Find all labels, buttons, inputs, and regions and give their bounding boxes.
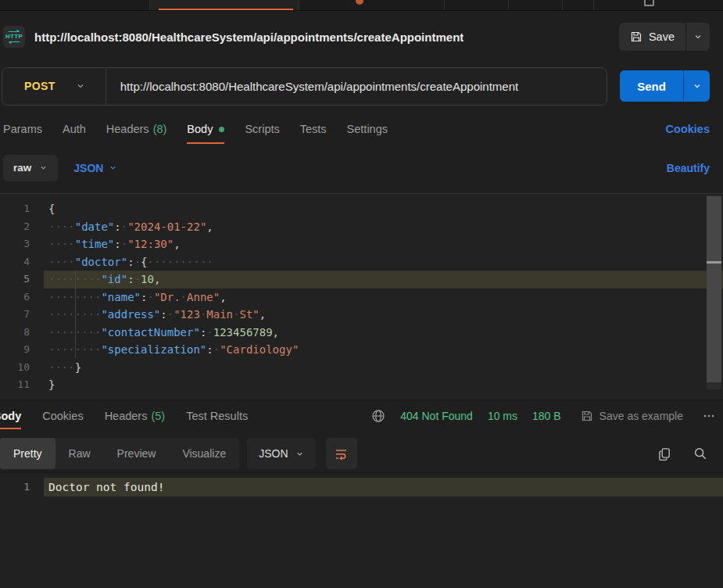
- new-tab-icon[interactable]: [644, 0, 654, 6]
- tab-divider: [149, 0, 150, 10]
- line-number: 2: [0, 218, 44, 236]
- response-tab-headers[interactable]: Headers(5): [105, 400, 166, 431]
- method-selector[interactable]: POST: [2, 68, 106, 105]
- tab-params[interactable]: Params: [3, 109, 42, 149]
- code-line[interactable]: 10····}: [0, 359, 723, 377]
- request-tabs: Params Auth Headers(8) Body Scripts Test…: [0, 109, 723, 149]
- view-raw[interactable]: Raw: [55, 438, 104, 469]
- beautify-link[interactable]: Beautify: [667, 162, 710, 174]
- tab-body[interactable]: Body: [187, 109, 224, 149]
- search-icon[interactable]: [693, 446, 707, 461]
- send-button-group: Send: [620, 70, 710, 102]
- save-button-label: Save: [649, 30, 675, 43]
- code-text: ········"name":·"Dr.·Anne",: [44, 289, 723, 307]
- body-language-select[interactable]: JSON: [73, 162, 117, 174]
- view-pretty[interactable]: Pretty: [0, 438, 55, 469]
- editor-scrollbar-marker: [707, 261, 721, 264]
- code-line[interactable]: 3····"time":·"12:30",: [0, 235, 723, 253]
- tab-headers[interactable]: Headers(8): [106, 109, 167, 149]
- http-method-icon-label: HTTP: [5, 34, 23, 40]
- request-header: HTTP http://localhost:8080/HealthcareSys…: [0, 11, 723, 63]
- url-input[interactable]: [106, 80, 607, 93]
- code-line[interactable]: 2····"date":·"2024-01-22",: [0, 218, 723, 236]
- active-tab-underline: [159, 9, 293, 10]
- body-language-label: JSON: [73, 162, 103, 174]
- response-toolbar-icons: [657, 438, 707, 469]
- request-title: http://localhost:8080/HealthcareSystem/a…: [34, 30, 464, 44]
- code-line[interactable]: 6········"name":·"Dr.·Anne",: [0, 289, 723, 307]
- tab-auth[interactable]: Auth: [63, 109, 86, 149]
- response-nav: Body Cookies Headers(5) Test Results 404…: [0, 400, 723, 431]
- url-bar-row: POST Send: [0, 63, 723, 109]
- method-label: POST: [24, 80, 55, 92]
- save-as-example-button[interactable]: Save as example: [581, 410, 683, 422]
- code-text: ········"id":·10,: [44, 271, 723, 289]
- chevron-down-icon: [295, 450, 304, 458]
- code-line[interactable]: 8········"contactNumber":·123456789,: [0, 324, 723, 342]
- response-tab-test-results[interactable]: Test Results: [186, 400, 248, 431]
- body-mode-label: raw: [13, 162, 31, 174]
- body-mode-toolbar: raw JSON Beautify: [0, 149, 723, 193]
- tab-settings[interactable]: Settings: [347, 109, 388, 149]
- response-tab-body[interactable]: Body: [0, 400, 21, 431]
- response-language-label: JSON: [259, 447, 288, 460]
- response-headers-count: (5): [151, 410, 165, 422]
- tab-divider: [593, 0, 594, 10]
- tab-divider: [444, 0, 445, 10]
- word-wrap-icon: [334, 446, 349, 461]
- code-text: ········"address":·"123·Main·St",: [44, 306, 723, 324]
- code-text: ····}: [44, 359, 723, 377]
- line-number: 4: [0, 253, 44, 271]
- chevron-down-icon: [693, 32, 703, 41]
- save-button[interactable]: Save: [619, 23, 685, 51]
- more-options-icon[interactable]: [703, 410, 715, 422]
- code-line[interactable]: 1{: [0, 200, 723, 218]
- response-time[interactable]: 10 ms: [488, 410, 517, 422]
- view-visualize[interactable]: Visualize: [169, 438, 239, 469]
- line-number: 8: [0, 324, 44, 342]
- save-button-group: Save: [619, 23, 710, 51]
- response-meta: 404 Not Found 10 ms 180 B Save as exampl…: [371, 400, 715, 431]
- status-badge[interactable]: 404 Not Found: [400, 410, 473, 422]
- send-button[interactable]: Send: [620, 70, 683, 102]
- copy-icon[interactable]: [657, 446, 671, 461]
- code-line[interactable]: 9········"specialization":·"Cardiology": [0, 341, 723, 359]
- tab-divider: [562, 0, 563, 10]
- network-globe-icon[interactable]: [371, 409, 385, 423]
- arrow-left-icon: [8, 41, 20, 44]
- response-line[interactable]: 1 Doctor not found!: [0, 478, 723, 497]
- view-preview[interactable]: Preview: [104, 438, 170, 469]
- response-language-select[interactable]: JSON: [247, 438, 315, 469]
- http-request-icon: HTTP: [3, 26, 25, 48]
- code-text: ····"date":·"2024-01-22",: [44, 218, 723, 236]
- workspace-tab-strip: [0, 0, 723, 11]
- line-number: 1: [0, 478, 44, 497]
- line-number: 6: [0, 289, 44, 307]
- floppy-save-icon: [630, 30, 642, 43]
- cookies-link[interactable]: Cookies: [666, 123, 710, 135]
- body-mode-select[interactable]: raw: [3, 155, 58, 181]
- response-size[interactable]: 180 B: [532, 410, 561, 422]
- code-line[interactable]: 7········"address":·"123·Main·St",: [0, 306, 723, 324]
- request-body-editor[interactable]: 1{2····"date":·"2024-01-22",3····"time":…: [0, 193, 723, 400]
- response-toolbar: Pretty Raw Preview Visualize JSON: [0, 431, 723, 472]
- tab-tests[interactable]: Tests: [300, 109, 327, 149]
- send-options-button[interactable]: [684, 70, 710, 102]
- code-line[interactable]: 5········"id":·10,: [0, 271, 723, 289]
- chevron-down-icon: [76, 81, 85, 91]
- code-text: ········"contactNumber":·123456789,: [44, 324, 723, 342]
- code-line[interactable]: 11}: [0, 376, 723, 394]
- tab-scripts[interactable]: Scripts: [245, 109, 279, 149]
- url-box: POST: [2, 67, 607, 106]
- tab-divider: [508, 0, 509, 10]
- response-tab-cookies[interactable]: Cookies: [42, 400, 83, 431]
- line-number: 10: [0, 359, 44, 377]
- response-body-viewer[interactable]: 1 Doctor not found!: [0, 472, 723, 588]
- code-text: ····"time":·"12:30",: [44, 235, 723, 253]
- app-window: HTTP http://localhost:8080/HealthcareSys…: [0, 0, 723, 588]
- save-options-button[interactable]: [686, 23, 710, 51]
- floppy-save-icon: [581, 410, 593, 422]
- wrap-lines-toggle[interactable]: [326, 438, 357, 469]
- editor-scrollbar-thumb[interactable]: [707, 196, 721, 382]
- code-line[interactable]: 4····"doctor":·{··········: [0, 253, 723, 271]
